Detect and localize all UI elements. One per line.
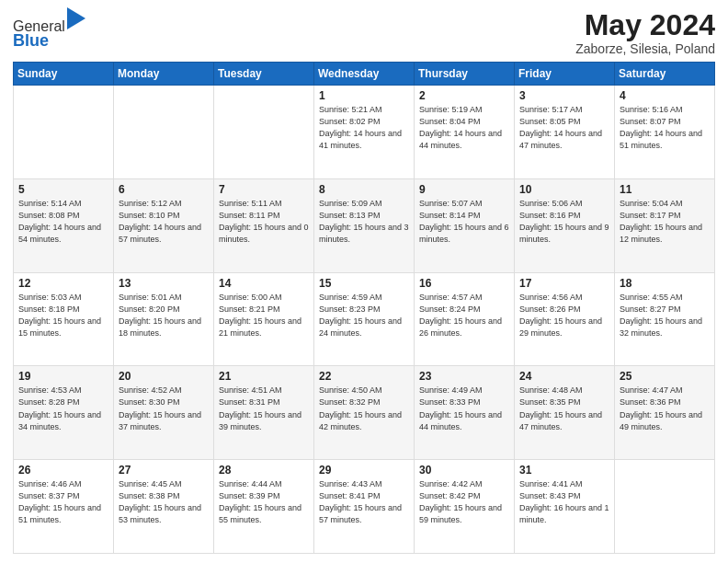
day-number: 26 xyxy=(18,464,108,477)
table-row: 5Sunrise: 5:14 AM Sunset: 8:08 PM Daylig… xyxy=(14,178,114,272)
day-number: 1 xyxy=(319,89,409,102)
table-row: 20Sunrise: 4:52 AM Sunset: 8:30 PM Dayli… xyxy=(114,366,214,460)
day-info: Sunrise: 4:55 AM Sunset: 8:27 PM Dayligh… xyxy=(620,292,710,339)
day-info: Sunrise: 4:49 AM Sunset: 8:33 PM Dayligh… xyxy=(419,385,509,432)
day-number: 3 xyxy=(519,89,609,102)
day-info: Sunrise: 4:45 AM Sunset: 8:38 PM Dayligh… xyxy=(119,478,209,526)
day-info: Sunrise: 5:12 AM Sunset: 8:10 PM Dayligh… xyxy=(119,198,209,246)
day-number: 18 xyxy=(620,277,710,290)
table-row: 21Sunrise: 4:51 AM Sunset: 8:31 PM Dayli… xyxy=(214,366,314,460)
col-friday: Friday xyxy=(515,63,615,86)
day-number: 16 xyxy=(419,277,509,290)
table-row: 6Sunrise: 5:12 AM Sunset: 8:10 PM Daylig… xyxy=(114,178,214,272)
table-row: 29Sunrise: 4:43 AM Sunset: 8:41 PM Dayli… xyxy=(314,460,415,554)
day-info: Sunrise: 4:56 AM Sunset: 8:26 PM Dayligh… xyxy=(519,292,609,339)
day-info: Sunrise: 4:50 AM Sunset: 8:32 PM Dayligh… xyxy=(319,385,409,432)
col-thursday: Thursday xyxy=(415,63,515,86)
col-sunday: Sunday xyxy=(14,63,114,86)
day-info: Sunrise: 4:43 AM Sunset: 8:41 PM Dayligh… xyxy=(319,478,409,526)
table-row: 30Sunrise: 4:42 AM Sunset: 8:42 PM Dayli… xyxy=(415,460,515,554)
table-row: 25Sunrise: 4:47 AM Sunset: 8:36 PM Dayli… xyxy=(615,366,715,460)
table-row: 12Sunrise: 5:03 AM Sunset: 8:18 PM Dayli… xyxy=(14,272,114,366)
table-row xyxy=(114,86,214,179)
day-number: 8 xyxy=(319,183,409,196)
table-row: 2Sunrise: 5:19 AM Sunset: 8:04 PM Daylig… xyxy=(415,86,515,179)
day-info: Sunrise: 5:07 AM Sunset: 8:14 PM Dayligh… xyxy=(419,198,509,246)
table-row: 10Sunrise: 5:06 AM Sunset: 8:16 PM Dayli… xyxy=(515,178,615,272)
col-wednesday: Wednesday xyxy=(314,63,415,86)
day-info: Sunrise: 4:42 AM Sunset: 8:42 PM Dayligh… xyxy=(419,478,509,526)
table-row: 14Sunrise: 5:00 AM Sunset: 8:21 PM Dayli… xyxy=(214,272,314,366)
day-info: Sunrise: 5:01 AM Sunset: 8:20 PM Dayligh… xyxy=(119,292,209,339)
day-number: 10 xyxy=(519,183,609,196)
calendar-week-row: 1Sunrise: 5:21 AM Sunset: 8:02 PM Daylig… xyxy=(14,86,715,179)
day-number: 15 xyxy=(319,277,409,290)
month-title: May 2024 xyxy=(575,9,715,41)
table-row: 26Sunrise: 4:46 AM Sunset: 8:37 PM Dayli… xyxy=(14,460,114,554)
calendar-week-row: 5Sunrise: 5:14 AM Sunset: 8:08 PM Daylig… xyxy=(14,178,715,272)
table-row: 27Sunrise: 4:45 AM Sunset: 8:38 PM Dayli… xyxy=(114,460,214,554)
day-number: 23 xyxy=(419,370,509,383)
day-info: Sunrise: 5:00 AM Sunset: 8:21 PM Dayligh… xyxy=(219,292,309,339)
day-number: 6 xyxy=(119,183,209,196)
day-info: Sunrise: 4:44 AM Sunset: 8:39 PM Dayligh… xyxy=(219,478,309,526)
table-row xyxy=(14,86,114,179)
day-info: Sunrise: 4:46 AM Sunset: 8:37 PM Dayligh… xyxy=(18,478,108,526)
day-info: Sunrise: 4:51 AM Sunset: 8:31 PM Dayligh… xyxy=(219,385,309,432)
day-number: 21 xyxy=(219,370,309,383)
table-row: 8Sunrise: 5:09 AM Sunset: 8:13 PM Daylig… xyxy=(314,178,415,272)
day-info: Sunrise: 4:47 AM Sunset: 8:36 PM Dayligh… xyxy=(620,385,710,432)
table-row: 28Sunrise: 4:44 AM Sunset: 8:39 PM Dayli… xyxy=(214,460,314,554)
svg-marker-0 xyxy=(67,7,85,29)
day-number: 4 xyxy=(620,89,710,102)
day-info: Sunrise: 4:48 AM Sunset: 8:35 PM Dayligh… xyxy=(519,385,609,432)
day-number: 29 xyxy=(319,464,409,477)
day-info: Sunrise: 5:03 AM Sunset: 8:18 PM Dayligh… xyxy=(18,292,108,339)
day-number: 31 xyxy=(519,464,609,477)
table-row: 4Sunrise: 5:16 AM Sunset: 8:07 PM Daylig… xyxy=(615,86,715,179)
table-row: 1Sunrise: 5:21 AM Sunset: 8:02 PM Daylig… xyxy=(314,86,415,179)
day-info: Sunrise: 4:52 AM Sunset: 8:30 PM Dayligh… xyxy=(119,385,209,432)
title-block: May 2024 Zaborze, Silesia, Poland xyxy=(575,9,715,56)
col-tuesday: Tuesday xyxy=(214,63,314,86)
table-row: 24Sunrise: 4:48 AM Sunset: 8:35 PM Dayli… xyxy=(515,366,615,460)
day-info: Sunrise: 5:04 AM Sunset: 8:17 PM Dayligh… xyxy=(620,198,710,246)
day-info: Sunrise: 5:09 AM Sunset: 8:13 PM Dayligh… xyxy=(319,198,409,246)
calendar-table: Sunday Monday Tuesday Wednesday Thursday… xyxy=(13,62,715,554)
day-number: 17 xyxy=(519,277,609,290)
logo-blue-text: Blue xyxy=(13,31,49,50)
day-number: 22 xyxy=(319,370,409,383)
calendar-week-row: 26Sunrise: 4:46 AM Sunset: 8:37 PM Dayli… xyxy=(14,460,715,554)
calendar-week-row: 19Sunrise: 4:53 AM Sunset: 8:28 PM Dayli… xyxy=(14,366,715,460)
table-row: 11Sunrise: 5:04 AM Sunset: 8:17 PM Dayli… xyxy=(615,178,715,272)
day-number: 25 xyxy=(620,370,710,383)
table-row: 22Sunrise: 4:50 AM Sunset: 8:32 PM Dayli… xyxy=(314,366,415,460)
table-row: 19Sunrise: 4:53 AM Sunset: 8:28 PM Dayli… xyxy=(14,366,114,460)
day-number: 20 xyxy=(119,370,209,383)
table-row: 17Sunrise: 4:56 AM Sunset: 8:26 PM Dayli… xyxy=(515,272,615,366)
logo: General Blue xyxy=(13,9,87,51)
day-number: 7 xyxy=(219,183,309,196)
table-row: 15Sunrise: 4:59 AM Sunset: 8:23 PM Dayli… xyxy=(314,272,415,366)
col-monday: Monday xyxy=(114,63,214,86)
day-number: 2 xyxy=(419,89,509,102)
day-number: 14 xyxy=(219,277,309,290)
day-number: 13 xyxy=(119,277,209,290)
table-row: 23Sunrise: 4:49 AM Sunset: 8:33 PM Dayli… xyxy=(415,366,515,460)
day-info: Sunrise: 5:19 AM Sunset: 8:04 PM Dayligh… xyxy=(419,104,509,152)
day-number: 30 xyxy=(419,464,509,477)
day-info: Sunrise: 5:11 AM Sunset: 8:11 PM Dayligh… xyxy=(219,198,309,246)
table-row xyxy=(214,86,314,179)
day-number: 9 xyxy=(419,183,509,196)
header: General Blue May 2024 Zaborze, Silesia, … xyxy=(13,9,715,56)
table-row xyxy=(615,460,715,554)
day-number: 24 xyxy=(519,370,609,383)
day-info: Sunrise: 5:21 AM Sunset: 8:02 PM Dayligh… xyxy=(319,104,409,152)
day-number: 11 xyxy=(620,183,710,196)
day-info: Sunrise: 5:06 AM Sunset: 8:16 PM Dayligh… xyxy=(519,198,609,246)
page: General Blue May 2024 Zaborze, Silesia, … xyxy=(0,0,728,563)
table-row: 16Sunrise: 4:57 AM Sunset: 8:24 PM Dayli… xyxy=(415,272,515,366)
day-info: Sunrise: 4:57 AM Sunset: 8:24 PM Dayligh… xyxy=(419,292,509,339)
col-saturday: Saturday xyxy=(615,63,715,86)
day-info: Sunrise: 5:14 AM Sunset: 8:08 PM Dayligh… xyxy=(18,198,108,246)
